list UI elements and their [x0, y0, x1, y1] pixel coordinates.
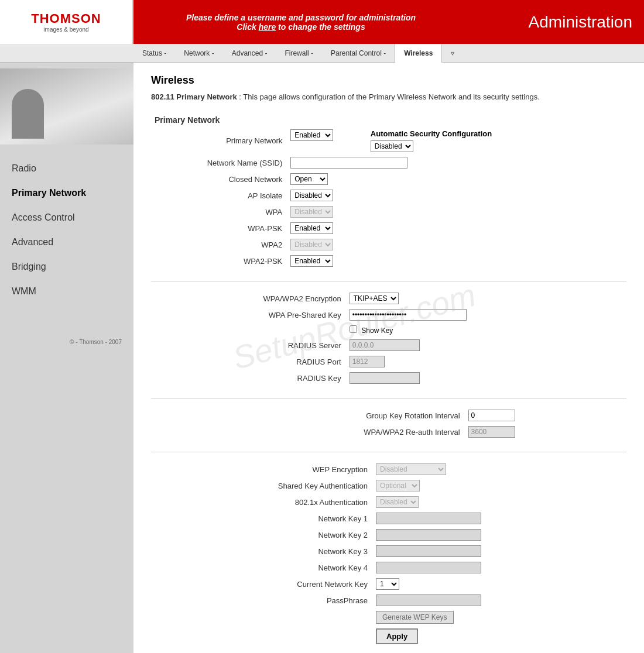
primary-network-form: Primary Network Primary Network Enabled …	[151, 113, 626, 269]
radius-port-label: RADIUS Port	[151, 353, 346, 370]
wpa-select[interactable]: Disabled Enabled	[290, 206, 333, 218]
admin-title-area: Administration	[468, 0, 644, 44]
primary-network-select[interactable]: Enabled Disabled	[290, 129, 333, 141]
auth-8021x-label: 802.1x Authentication	[151, 494, 372, 510]
ap-isolate-select[interactable]: Disabled Enabled	[290, 190, 333, 201]
sidebar: Radio Primary Network Access Control Adv…	[0, 63, 133, 653]
logo-subtext: images & beyond	[31, 26, 101, 33]
show-key-label: Show Key	[361, 326, 393, 335]
wpa-psk-label: WPA-PSK	[151, 220, 287, 236]
current-key-select[interactable]: 1 2 3 4	[376, 578, 399, 590]
group-key-form: Group Key Rotation Interval WPA/WPA2 Re-…	[151, 407, 626, 440]
page-title: Wireless	[151, 74, 626, 87]
divider3	[151, 452, 626, 452]
nav-wireless[interactable]: Wireless	[395, 44, 442, 63]
passphrase-label: PassPhrase	[151, 592, 372, 609]
network-key2-input[interactable]	[376, 529, 481, 541]
group-key-label: Group Key Rotation Interval	[151, 407, 465, 424]
sidebar-image	[0, 68, 133, 145]
radius-port-input[interactable]	[350, 356, 385, 367]
closed-network-label: Closed Network	[151, 171, 287, 187]
wep-encryption-label: WEP Encryption	[151, 461, 372, 477]
page-description: 802.11 Primary Network : This page allow…	[151, 92, 626, 101]
divider1	[151, 281, 626, 281]
nav-advanced[interactable]: Advanced -	[223, 44, 276, 63]
sidebar-item-advanced[interactable]: Advanced	[0, 230, 133, 255]
wpa-psk-select[interactable]: Enabled Disabled	[290, 222, 333, 234]
reauth-input[interactable]	[468, 426, 515, 438]
show-key-checkbox[interactable]	[350, 325, 357, 333]
radius-key-input[interactable]	[350, 372, 420, 384]
reauth-label: WPA/WPA2 Re-auth Interval	[151, 424, 465, 440]
network-key4-label: Network Key 4	[151, 559, 372, 576]
wpa2-psk-select[interactable]: Enabled Disabled	[290, 255, 333, 267]
sidebar-item-wmm[interactable]: WMM	[0, 279, 133, 304]
sidebar-nav: Radio Primary Network Access Control Adv…	[0, 156, 133, 304]
sidebar-copyright: © - Thomson - 2007	[0, 327, 133, 357]
closed-network-select[interactable]: Open Closed	[290, 173, 328, 185]
main-content: Wireless 802.11 Primary Network : This p…	[133, 63, 644, 653]
network-key3-label: Network Key 3	[151, 543, 372, 559]
ssid-input[interactable]	[290, 157, 407, 169]
wpa-label: WPA	[151, 204, 287, 220]
wpa2-label: WPA2	[151, 236, 287, 253]
auth-8021x-select[interactable]: Disabled Enabled	[376, 496, 419, 508]
radius-server-input[interactable]	[350, 339, 420, 351]
network-name-label: Network Name (SSID)	[151, 154, 287, 171]
auto-security-select[interactable]: Disabled Enabled	[371, 140, 413, 152]
banner-line1: Please define a username and password fo…	[186, 13, 416, 22]
group-key-input[interactable]	[468, 410, 515, 421]
header-banner: Please define a username and password fo…	[133, 0, 468, 44]
divider2	[151, 398, 626, 398]
sidebar-item-access-control[interactable]: Access Control	[0, 205, 133, 230]
shared-key-label: Shared Key Authentication	[151, 477, 372, 494]
current-key-label: Current Network Key	[151, 576, 372, 592]
primary-network-label: Primary Network	[151, 127, 287, 154]
shared-key-select[interactable]: Optional Required	[376, 480, 420, 492]
banner-line2: Click here to change the settings	[237, 22, 365, 32]
radius-server-label: RADIUS Server	[151, 337, 346, 353]
generate-wep-keys-button[interactable]: Generate WEP Keys	[376, 611, 454, 624]
network-key2-label: Network Key 2	[151, 527, 372, 543]
network-key4-input[interactable]	[376, 562, 481, 573]
wpa2-psk-label: WPA2-PSK	[151, 253, 287, 269]
wpa2-select[interactable]: Disabled Enabled	[290, 239, 333, 250]
nav-status[interactable]: Status -	[133, 44, 175, 63]
banner-suffix: to change the settings	[276, 22, 365, 32]
sidebar-item-radio[interactable]: Radio	[0, 156, 133, 181]
encryption-label: WPA/WPA2 Encryption	[151, 290, 346, 307]
auto-security-label: Automatic Security Configuration	[371, 129, 492, 138]
sidebar-item-primary-network[interactable]: Primary Network	[0, 181, 133, 205]
nav-expand[interactable]: ▿	[442, 44, 463, 63]
wep-encryption-select[interactable]: Disabled 64-bit 128-bit	[376, 463, 446, 475]
network-key3-input[interactable]	[376, 545, 481, 557]
nav-bar: Status - Network - Advanced - Firewall -…	[0, 44, 644, 63]
page-desc-suffix: : This page allows configuration of the …	[239, 92, 539, 101]
passphrase-input[interactable]	[376, 594, 481, 606]
banner-link[interactable]: here	[259, 22, 276, 32]
network-key1-label: Network Key 1	[151, 510, 372, 527]
logo-text: THOMSON	[31, 11, 101, 26]
encryption-select[interactable]: TKIP+AES TKIP AES	[350, 293, 399, 304]
wep-form: WEP Encryption Disabled 64-bit 128-bit S…	[151, 461, 626, 647]
admin-title-text: Administration	[529, 13, 632, 32]
preshared-key-label: WPA Pre-Shared Key	[151, 307, 346, 323]
nav-network[interactable]: Network -	[175, 44, 222, 63]
banner-prefix: Click	[237, 22, 258, 32]
logo-area: THOMSON images & beyond	[0, 0, 133, 44]
wpa-form: WPA/WPA2 Encryption TKIP+AES TKIP AES WP…	[151, 290, 626, 386]
nav-firewall[interactable]: Firewall -	[276, 44, 322, 63]
apply-button[interactable]: Apply	[376, 628, 418, 644]
section-title: Primary Network	[155, 115, 220, 125]
preshared-key-input[interactable]	[350, 309, 467, 321]
page-desc-prefix: 802.11 Primary Network	[151, 92, 237, 101]
ap-isolate-label: AP Isolate	[151, 187, 287, 204]
nav-parental[interactable]: Parental Control -	[322, 44, 395, 63]
sidebar-item-bridging[interactable]: Bridging	[0, 255, 133, 279]
radius-key-label: RADIUS Key	[151, 370, 346, 386]
network-key1-input[interactable]	[376, 513, 481, 524]
